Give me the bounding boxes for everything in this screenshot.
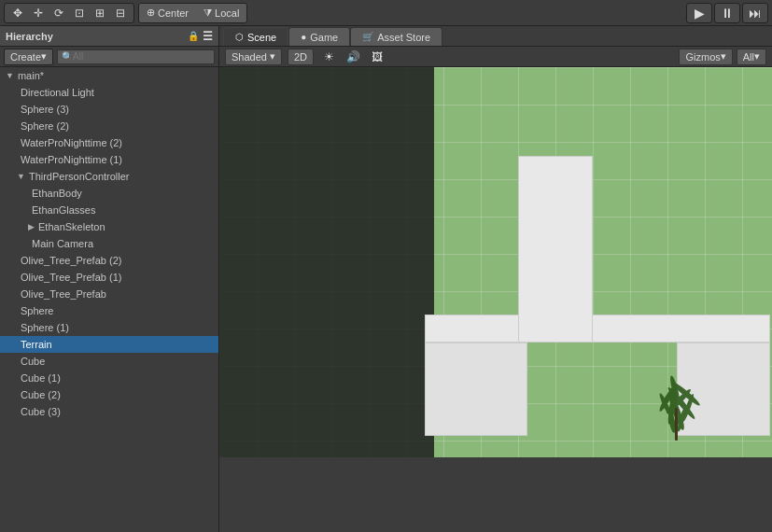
scene-tabs: ⬡ Scene ● Game 🛒 Asset Store xyxy=(219,26,772,47)
hierarchy-item-label: Cube xyxy=(21,356,45,367)
hierarchy-item[interactable]: Olive_Tree_Prefab xyxy=(0,286,218,302)
hierarchy-item-label: WaterProNighttime (2) xyxy=(21,137,122,148)
scene-tab-scene[interactable]: ⬡ Scene xyxy=(223,27,288,46)
transform-tools: ✥ ✛ ⟳ ⊡ ⊞ ⊟ xyxy=(4,3,134,23)
hierarchy-item[interactable]: EthanGlasses xyxy=(0,202,218,218)
hierarchy-item[interactable]: Sphere xyxy=(0,302,218,319)
main-layout: Hierarchy 🔒 ☰ Create ▾ ▼main*Directional… xyxy=(0,26,772,532)
hierarchy-item[interactable]: Olive_Tree_Prefab (1) xyxy=(0,269,218,286)
step-button[interactable]: ⏭ xyxy=(742,3,768,23)
scene-area: ⬡ Scene ● Game 🛒 Asset Store Shaded ▾ 2D… xyxy=(219,26,772,532)
pivot-center-btn[interactable]: ⊕ Center xyxy=(139,3,196,23)
hierarchy-item[interactable]: ▶EthanSkeleton xyxy=(0,218,218,235)
shading-dropdown[interactable]: Shaded ▾ xyxy=(225,49,282,65)
hierarchy-item-label: ThirdPersonController xyxy=(29,171,130,182)
asset-store-tab-icon: 🛒 xyxy=(362,32,373,42)
hierarchy-content: ▼main*Directional LightSphere (3)Sphere … xyxy=(0,67,218,532)
hierarchy-item-label: Olive_Tree_Prefab xyxy=(21,288,106,300)
gizmos-label: Gizmos xyxy=(685,51,720,63)
hierarchy-item-label: EthanSkeleton xyxy=(38,221,105,232)
view-2d-btn[interactable]: 2D xyxy=(288,49,314,65)
hierarchy-item-label: Sphere (2) xyxy=(21,120,69,132)
effects-btn[interactable]: 🖼 xyxy=(368,49,386,65)
hierarchy-item[interactable]: Sphere (3) xyxy=(0,101,218,118)
multi-tool[interactable]: ⊟ xyxy=(111,5,130,21)
all-label: All xyxy=(743,51,754,63)
scene-tab-label: Scene xyxy=(247,32,276,43)
play-button[interactable]: ▶ xyxy=(686,3,712,23)
hierarchy-item[interactable]: Directional Light xyxy=(0,84,218,101)
top-toolbar: ✥ ✛ ⟳ ⊡ ⊞ ⊟ ⊕ Center ⧩ Local ▶ ⏸ ⏭ xyxy=(0,0,772,26)
hierarchy-item-label: Sphere (1) xyxy=(21,322,69,333)
all-layers-btn[interactable]: All ▾ xyxy=(737,49,766,65)
hierarchy-item[interactable]: Olive_Tree_Prefab (2) xyxy=(0,252,218,269)
hierarchy-item[interactable]: ▼main* xyxy=(0,67,218,84)
pivot-icon: ⊕ xyxy=(147,7,155,19)
scene-tab-icon: ⬡ xyxy=(235,32,244,42)
gizmos-group: Gizmos ▾ All ▾ xyxy=(679,49,766,65)
hierarchy-item[interactable]: Cube (1) xyxy=(0,370,218,386)
hierarchy-item[interactable]: WaterProNighttime (2) xyxy=(0,134,218,151)
hierarchy-item-label: Olive_Tree_Prefab (1) xyxy=(21,272,121,283)
hierarchy-item-label: Main Camera xyxy=(32,238,93,249)
scene-tab-game[interactable]: ● Game xyxy=(288,27,350,46)
hierarchy-item[interactable]: ▼ThirdPersonController xyxy=(0,168,218,185)
shading-label: Shaded xyxy=(232,51,267,63)
gizmos-btn[interactable]: Gizmos ▾ xyxy=(679,49,732,65)
all-layers-icon: ▾ xyxy=(754,50,760,63)
pause-button[interactable]: ⏸ xyxy=(714,3,740,23)
move-tool[interactable]: ✛ xyxy=(29,5,48,21)
hierarchy-item[interactable]: Main Camera xyxy=(0,235,218,252)
asset-store-tab-label: Asset Store xyxy=(377,32,430,43)
pivot-center-label: Center xyxy=(158,7,189,19)
hierarchy-item-label: Cube (2) xyxy=(21,389,61,400)
hierarchy-header: Hierarchy 🔒 ☰ xyxy=(0,26,218,47)
hierarchy-item[interactable]: WaterProNighttime (1) xyxy=(0,151,218,168)
create-dropdown-icon: ▾ xyxy=(41,50,47,63)
foliage-svg xyxy=(621,319,733,441)
hierarchy-item-label: EthanBody xyxy=(32,188,82,199)
pivot-local-btn[interactable]: ⧩ Local xyxy=(196,3,246,23)
hierarchy-item-label: EthanGlasses xyxy=(32,204,95,216)
scene-toolbar: Shaded ▾ 2D ☀ 🔊 🖼 Gizmos ▾ All ▾ xyxy=(219,47,772,67)
game-tab-label: Game xyxy=(310,32,338,43)
hierarchy-item-label: main* xyxy=(18,70,44,81)
audio-btn[interactable]: 🔊 xyxy=(344,49,362,65)
hierarchy-search[interactable] xyxy=(57,49,215,64)
hierarchy-item-label: Directional Light xyxy=(21,87,94,98)
hierarchy-item[interactable]: Terrain xyxy=(0,336,218,353)
rect-tool[interactable]: ⊞ xyxy=(91,5,109,21)
hierarchy-toolbar: Create ▾ xyxy=(0,47,218,67)
hierarchy-item[interactable]: Sphere (2) xyxy=(0,118,218,134)
lighting-btn[interactable]: ☀ xyxy=(319,49,338,65)
shading-dropdown-icon: ▾ xyxy=(270,50,275,63)
menu-icon[interactable]: ☰ xyxy=(203,30,213,43)
hierarchy-item[interactable]: Sphere (1) xyxy=(0,319,218,336)
rotate-tool[interactable]: ⟳ xyxy=(49,5,68,21)
play-controls: ▶ ⏸ ⏭ xyxy=(686,3,768,23)
hierarchy-item[interactable]: Cube (2) xyxy=(0,386,218,403)
hierarchy-item[interactable]: EthanBody xyxy=(0,185,218,202)
gizmos-icon: ▾ xyxy=(721,50,726,63)
hierarchy-item-label: Olive_Tree_Prefab (2) xyxy=(21,255,121,266)
hierarchy-panel: Hierarchy 🔒 ☰ Create ▾ ▼main*Directional… xyxy=(0,26,219,532)
lock-icon[interactable]: 🔒 xyxy=(188,31,199,41)
hierarchy-item-label: Cube (1) xyxy=(21,372,61,384)
hierarchy-item-label: Cube (3) xyxy=(21,406,61,417)
game-tab-icon: ● xyxy=(301,32,306,42)
create-button[interactable]: Create ▾ xyxy=(4,49,53,65)
scale-tool[interactable]: ⊡ xyxy=(70,5,89,21)
platform-left-base xyxy=(425,343,527,436)
pivot-local-label: Local xyxy=(215,7,239,19)
hierarchy-item[interactable]: Cube xyxy=(0,353,218,370)
hierarchy-item-label: Sphere (3) xyxy=(21,104,69,115)
hierarchy-item-label: WaterProNighttime (1) xyxy=(21,154,122,165)
scene-view[interactable] xyxy=(219,67,772,532)
svg-rect-11 xyxy=(675,408,678,441)
bottom-dark-strip xyxy=(219,457,772,532)
local-icon: ⧩ xyxy=(204,7,212,19)
hierarchy-item[interactable]: Cube (3) xyxy=(0,403,218,420)
scene-tab-asset-store[interactable]: 🛒 Asset Store xyxy=(350,27,442,46)
hand-tool[interactable]: ✥ xyxy=(8,5,27,21)
hierarchy-item-label: Terrain xyxy=(21,339,52,350)
